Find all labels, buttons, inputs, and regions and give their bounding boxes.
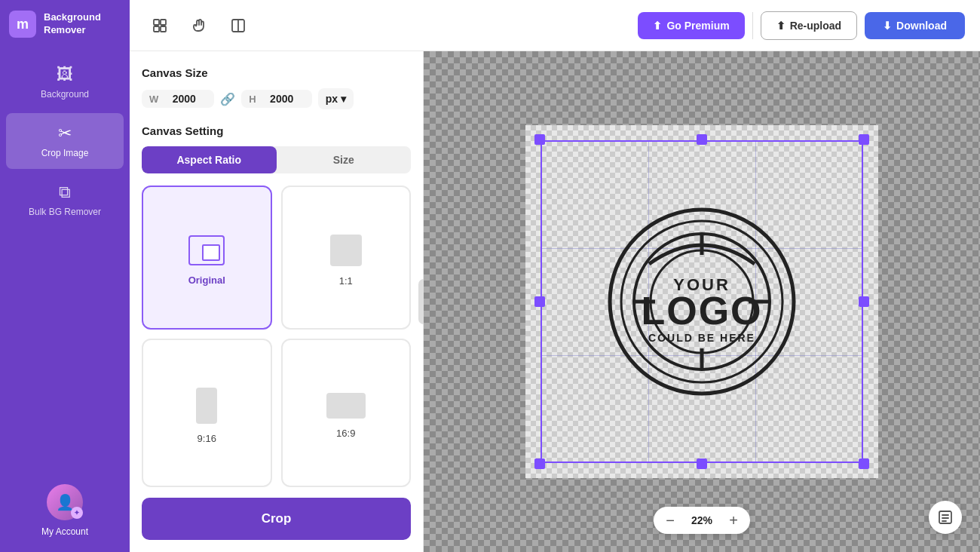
logo-icon: m — [9, 11, 36, 38]
canvas-area: YOUR LOGO COULD BE HERE − 22% + — [424, 51, 980, 552]
zoom-out-button[interactable]: − — [657, 507, 684, 534]
sidebar-logo: m Background Remover — [0, 0, 130, 48]
svg-text:COULD BE HERE: COULD BE HERE — [648, 332, 755, 344]
svg-rect-0 — [154, 20, 159, 25]
split-tool-button[interactable] — [223, 11, 253, 41]
original-preview — [188, 235, 225, 265]
tab-size[interactable]: Size — [277, 146, 412, 173]
aspect-option-1-1[interactable]: 1:1 — [281, 186, 412, 330]
height-label: H — [249, 94, 256, 105]
handle-mid-left[interactable] — [534, 296, 545, 307]
aspect-size-tabs: Aspect Ratio Size — [142, 146, 411, 173]
download-button[interactable]: ⬇ Download — [865, 12, 965, 39]
canvas-setting-title: Canvas Setting — [142, 124, 411, 137]
height-input[interactable] — [259, 93, 305, 105]
zoom-in-button[interactable]: + — [720, 507, 747, 534]
handle-top-left[interactable] — [534, 134, 545, 145]
reupload-icon: ⬆ — [776, 20, 786, 32]
handle-top-mid[interactable] — [697, 134, 707, 145]
svg-text:LOGO: LOGO — [641, 289, 762, 333]
go-premium-button[interactable]: ⬆ Go Premium — [638, 12, 744, 39]
topbar: ⬆ Go Premium ⬆ Re-upload ⬇ Download — [130, 0, 980, 51]
sidebar-item-bulk-bg-remover[interactable]: ⧉ Bulk BG Remover — [6, 172, 124, 228]
canvas-size-title: Canvas Size — [142, 66, 411, 79]
topbar-actions: ⬆ Go Premium ⬆ Re-upload ⬇ Download — [638, 11, 965, 40]
reupload-button[interactable]: ⬆ Re-upload — [761, 11, 857, 40]
aspect-grid: Original 1:1 9:16 16:9 — [142, 186, 411, 487]
width-label: W — [149, 94, 158, 105]
topbar-divider — [752, 12, 753, 39]
handle-bottom-mid[interactable] — [697, 458, 707, 469]
background-icon: 🖼 — [57, 65, 73, 84]
9-16-preview — [196, 388, 217, 424]
unit-select[interactable]: px ▾ — [318, 88, 354, 109]
download-icon: ⬇ — [883, 20, 892, 32]
handle-top-right[interactable] — [859, 134, 869, 145]
handle-bottom-right[interactable] — [859, 458, 869, 469]
topbar-tools — [145, 11, 253, 41]
avatar: 👤 ✦ — [47, 484, 83, 520]
tab-aspect-ratio[interactable]: Aspect Ratio — [142, 146, 277, 173]
svg-rect-3 — [161, 26, 166, 32]
content: Canvas Size W 🔗 H px ▾ Canvas Setting — [130, 51, 980, 552]
height-group: H — [241, 90, 311, 108]
canvas-image-wrapper: YOUR LOGO COULD BE HERE — [525, 125, 878, 478]
canvas-size-row: W 🔗 H px ▾ — [142, 88, 411, 109]
aspect-option-9-16[interactable]: 9:16 — [142, 339, 272, 487]
aspect-option-16-9[interactable]: 16:9 — [281, 339, 412, 487]
aspect-option-original[interactable]: Original — [142, 186, 272, 330]
logo-text: Background Remover — [44, 11, 101, 37]
svg-rect-2 — [154, 26, 159, 32]
hand-tool-button[interactable] — [184, 11, 214, 41]
16-9-preview — [326, 393, 366, 419]
zoom-value: 22% — [684, 514, 720, 526]
handle-mid-right[interactable] — [859, 296, 869, 307]
width-input[interactable] — [161, 93, 207, 105]
link-icon: 🔗 — [220, 92, 235, 106]
premium-icon: ⬆ — [653, 20, 662, 32]
sidebar-item-crop-image[interactable]: ✂ Crop Image — [6, 113, 124, 169]
sidebar-account: 👤 ✦ My Account — [41, 469, 88, 552]
width-group: W — [142, 90, 214, 108]
main: ⬆ Go Premium ⬆ Re-upload ⬇ Download Canv… — [130, 0, 980, 552]
zoom-bar: − 22% + — [654, 507, 750, 534]
sidebar-nav: 🖼 Background ✂ Crop Image ⧉ Bulk BG Remo… — [0, 48, 130, 469]
avatar-badge: ✦ — [71, 507, 83, 519]
1-1-preview — [330, 235, 362, 266]
arrange-tool-button[interactable] — [145, 11, 175, 41]
notes-button[interactable] — [929, 501, 962, 534]
panel: Canvas Size W 🔗 H px ▾ Canvas Setting — [130, 51, 424, 552]
svg-rect-1 — [161, 20, 166, 25]
crop-button[interactable]: Crop — [142, 498, 411, 540]
sidebar-item-background[interactable]: 🖼 Background — [6, 54, 124, 110]
crop-icon: ✂ — [58, 124, 72, 143]
logo-image: YOUR LOGO COULD BE HERE — [604, 204, 800, 400]
handle-bottom-left[interactable] — [534, 458, 545, 469]
bulk-icon: ⧉ — [59, 182, 71, 202]
sidebar: m Background Remover 🖼 Background ✂ Crop… — [0, 0, 130, 552]
